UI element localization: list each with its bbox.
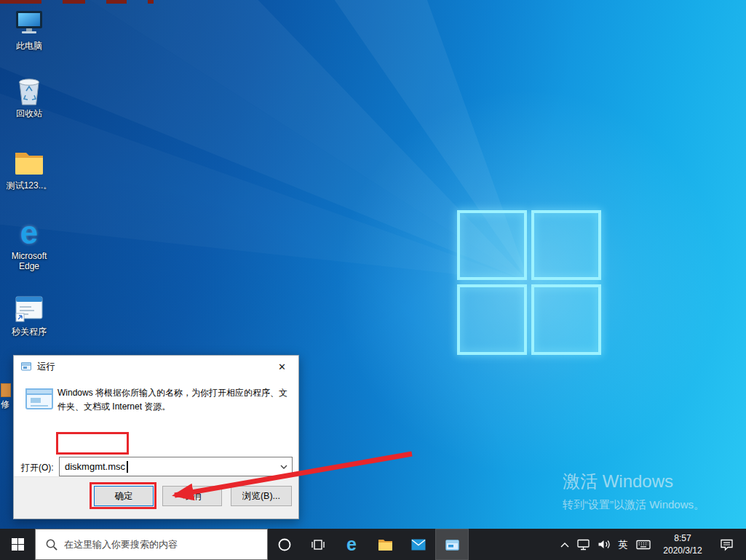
search-input[interactable] [64, 539, 267, 550]
screen-edge-artifact [148, 0, 154, 4]
tray-time: 8:57 [674, 532, 691, 544]
desktop-icon-label: 此电脑 [16, 41, 42, 52]
cortana-icon [277, 537, 292, 552]
taskbar: e [0, 529, 746, 560]
run-command-value[interactable]: diskmgmt.msc [65, 461, 125, 472]
run-command-combobox[interactable]: diskmgmt.msc [59, 457, 293, 476]
run-app-icon [445, 538, 460, 551]
text-caret [127, 461, 128, 473]
task-view-button[interactable] [301, 529, 335, 560]
open-label: 打开(O): [21, 462, 54, 474]
file-explorer-button[interactable] [368, 529, 402, 560]
activate-windows-watermark: 激活 Windows 转到“设置”以激活 Windows。 [563, 470, 705, 512]
browse-button[interactable]: 浏览(B)... [231, 486, 292, 506]
search-icon [45, 538, 57, 551]
run-dialog-titlebar[interactable]: 运行 ✕ [14, 356, 298, 377]
desktop-icon-test-folder[interactable]: 测试123..。 [6, 145, 52, 191]
screen-edge-artifact [0, 0, 41, 4]
chevron-down-icon[interactable] [276, 457, 292, 476]
edge-icon: e [12, 216, 46, 249]
desktop-icon-label: Microsoft Edge [6, 252, 52, 272]
network-icon [576, 538, 590, 551]
recycle-bin-icon [12, 73, 46, 107]
taskbar-search-box[interactable] [35, 529, 268, 560]
run-dialog-footer: 确定 取消 浏览(B)... [14, 476, 298, 519]
tray-date: 2020/3/12 [663, 545, 702, 556]
dialog-description: Windows 将根据你所输入的名称，为你打开相应的程序、文件夹、文档或 Int… [57, 386, 289, 414]
network-status-button[interactable] [573, 529, 593, 560]
watermark-line2: 转到“设置”以激活 Windows。 [563, 498, 705, 512]
desktop-icon-program[interactable]: 秒关程序 [6, 292, 52, 337]
partial-icon-label: 修 [1, 399, 14, 411]
close-icon[interactable]: ✕ [266, 356, 298, 377]
desktop-icon-this-pc[interactable]: 此电脑 [6, 6, 52, 52]
mail-button[interactable] [402, 529, 435, 560]
cortana-button[interactable] [268, 529, 301, 560]
action-center-icon [720, 538, 734, 551]
system-tray: 英 8:57 2020/3/12 [557, 529, 746, 560]
clock[interactable]: 8:57 2020/3/12 [654, 529, 711, 560]
mail-icon [411, 539, 426, 551]
screen-edge-artifact [106, 0, 127, 4]
taskbar-run-app-button[interactable] [435, 529, 469, 560]
desktop-icon-microsoft-edge[interactable]: e Microsoft Edge [6, 216, 52, 272]
volume-button[interactable] [593, 529, 614, 560]
touch-keyboard-button[interactable] [632, 529, 654, 560]
screen: 此电脑 回收站 测试123..。 e Microsoft Edge [0, 0, 746, 560]
run-dialog-body: Windows 将根据你所输入的名称，为你打开相应的程序、文件夹、文档或 Int… [14, 377, 298, 478]
taskbar-edge-button[interactable]: e [335, 529, 368, 560]
ok-button[interactable]: 确定 [94, 486, 154, 506]
desktop-icon-label: 测试123..。 [7, 181, 52, 191]
run-dialog-icon [20, 361, 32, 372]
folder-icon [12, 145, 46, 179]
dialog-title: 运行 [37, 361, 55, 373]
this-pc-icon [12, 6, 46, 39]
show-hidden-icons-button[interactable] [557, 529, 573, 560]
file-explorer-icon [378, 537, 393, 551]
keyboard-icon [636, 539, 651, 551]
windows-logo-icon [12, 538, 24, 551]
cancel-button[interactable]: 取消 [162, 486, 222, 506]
partial-icon-glyph [1, 383, 11, 397]
speaker-icon [597, 538, 611, 551]
edge-icon: e [346, 535, 357, 553]
screen-edge-artifact [63, 0, 85, 4]
desktop-icon-recycle-bin[interactable]: 回收站 [6, 73, 52, 119]
watermark-line1: 激活 Windows [563, 470, 705, 493]
start-button[interactable] [0, 529, 35, 560]
task-view-icon [311, 537, 325, 552]
run-dialog: 运行 ✕ Windows 将根据你所输入的名称，为你打开相应的程序、文件夹、文档… [13, 355, 299, 519]
app-window-icon [12, 292, 46, 325]
desktop-icon-partial[interactable]: 修 [1, 383, 14, 411]
desktop-icon-label: 秒关程序 [12, 327, 47, 337]
action-center-button[interactable] [711, 529, 742, 560]
chevron-up-icon [560, 542, 569, 548]
desktop-icon-label: 回收站 [16, 109, 42, 119]
run-app-icon [24, 385, 56, 416]
ime-indicator[interactable]: 英 [614, 529, 632, 560]
